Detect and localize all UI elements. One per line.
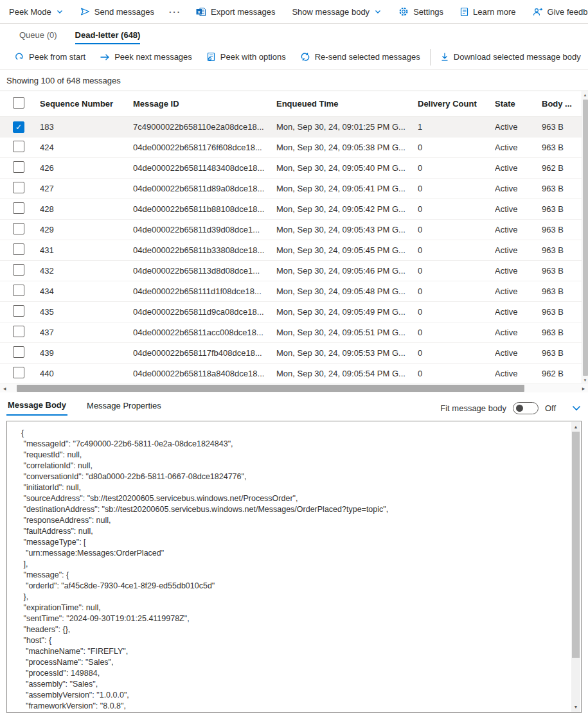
tab-message-properties[interactable]: Message Properties [85, 401, 163, 415]
give-feedback-button[interactable]: Give feedback [524, 0, 588, 23]
table-row[interactable]: 43704de000022b65811acc008dce18...Mon, Se… [0, 322, 588, 343]
row-checkbox[interactable] [13, 346, 24, 358]
table-row[interactable]: 42904de000022b65811d39d08dce1...Mon, Sep… [0, 220, 588, 240]
table-row[interactable]: 43204de000022b658113d8d08dce1...Mon, Sep… [0, 261, 588, 281]
table-row[interactable]: 43504de000022b65811d9ca08dce18...Mon, Se… [0, 302, 588, 322]
tab-dead-letter[interactable]: Dead-letter (648) [75, 30, 141, 44]
row-checkbox[interactable] [13, 305, 24, 317]
message-body-viewer[interactable]: { "messageId": "7c490000-22b6-5811-0e2a-… [6, 421, 582, 713]
show-message-body-dropdown[interactable]: Show message body [283, 0, 390, 23]
peek-mode-dropdown[interactable]: Peek Mode [9, 0, 72, 23]
body-size-cell: 963 B [542, 307, 580, 317]
collapse-panel-chevron-icon[interactable] [571, 403, 582, 412]
enqueued-time-cell: Mon, Sep 30, 24, 09:05:51 PM G... [276, 328, 418, 337]
table-row[interactable]: 42404de000022b6581176f608dce18...Mon, Se… [0, 137, 588, 158]
learn-more-button[interactable]: Learn more [452, 0, 524, 23]
table-row[interactable]: 42604de000022b65811483408dce18...Mon, Se… [0, 158, 588, 179]
message-id-cell: 04de000022b658111d1f08dce18... [133, 286, 276, 296]
enqueued-time-cell: Mon, Sep 30, 24, 09:05:42 PM G... [276, 204, 418, 214]
table-row[interactable]: 42704de000022b65811d89a08dce18...Mon, Se… [0, 179, 588, 199]
select-all-checkbox[interactable] [13, 97, 24, 109]
export-messages-button[interactable]: x Export messages [188, 0, 283, 23]
resend-selected-button[interactable]: Re-send selected messages [293, 52, 427, 62]
showing-count-status: Showing 100 of 648 messages [0, 70, 588, 91]
table-row[interactable]: 1837c49000022b658110e2a08dce18...Mon, Se… [0, 117, 588, 137]
peek-next-messages-button[interactable]: Peek next messages [93, 52, 199, 62]
body-size-cell: 963 B [542, 225, 580, 234]
send-messages-label: Send messages [94, 7, 154, 17]
body-size-cell: 963 B [542, 328, 580, 337]
tab-queue[interactable]: Queue (0) [19, 30, 57, 44]
scroll-up-arrow-icon[interactable]: ▲ [574, 422, 578, 432]
row-checkbox[interactable] [13, 161, 24, 173]
scroll-up-arrow-icon[interactable]: ▲ [584, 91, 587, 99]
top-toolbar: Peek Mode Send messages ··· x Export mes… [0, 0, 588, 24]
chevron-down-icon [56, 8, 64, 15]
peek-options-icon [206, 52, 216, 62]
row-checkbox[interactable] [13, 202, 24, 214]
scroll-down-arrow-icon[interactable]: ▼ [574, 702, 578, 712]
message-id-cell: 7c49000022b658110e2a08dce18... [133, 122, 276, 132]
sequence-number-cell: 427 [40, 184, 133, 193]
table-row[interactable]: 44004de000022b658118a8408dce18...Mon, Se… [0, 364, 588, 384]
download-icon [440, 52, 449, 62]
horizontal-scroll-thumb[interactable] [17, 385, 524, 392]
body-size-cell: 963 B [542, 143, 580, 152]
horizontal-scroll-track[interactable] [9, 384, 579, 392]
fit-message-body-toggle[interactable] [513, 402, 539, 414]
enqueued-time-cell: Mon, Sep 30, 24, 09:05:54 PM G... [276, 369, 418, 378]
command-bar: Peek from start Peek next messages Peek … [0, 44, 588, 70]
settings-button[interactable]: Settings [390, 0, 452, 23]
peek-with-options-button[interactable]: Peek with options [199, 52, 293, 62]
row-checkbox[interactable] [13, 264, 24, 276]
message-body-text: { "messageId": "7c490000-22b6-5811-0e2a-… [7, 421, 581, 712]
scroll-down-arrow-icon[interactable]: ▼ [584, 376, 587, 384]
download-message-body-button[interactable]: Download selected message body [433, 52, 588, 62]
sequence-number-cell: 183 [40, 122, 133, 132]
row-checkbox[interactable] [13, 182, 24, 193]
peek-next-messages-label: Peek next messages [114, 52, 192, 62]
message-detail-panel: Message Body Message Properties Fit mess… [0, 392, 588, 713]
message-id-cell: 04de000022b65811d9ca08dce18... [133, 307, 276, 317]
sequence-number-cell: 426 [40, 163, 133, 173]
horizontal-scrollbar[interactable]: ◀ ▶ [0, 384, 588, 392]
body-scroll-thumb[interactable] [572, 432, 580, 658]
send-messages-button[interactable]: Send messages [72, 0, 163, 23]
row-checkbox[interactable] [13, 285, 24, 296]
body-size-cell: 963 B [542, 184, 580, 193]
column-message-id: Message ID [133, 99, 276, 109]
body-size-cell: 963 B [542, 245, 580, 255]
overflow-menu-button[interactable]: ··· [163, 0, 188, 23]
row-checkbox[interactable] [13, 141, 24, 152]
download-message-body-label: Download selected message body [454, 52, 581, 62]
scroll-right-arrow-icon[interactable]: ▶ [579, 386, 588, 391]
row-checkbox[interactable] [13, 243, 24, 255]
toggle-state-label: Off [545, 403, 556, 413]
give-feedback-label: Give feedback [548, 7, 588, 17]
table-row[interactable]: 43904de000022b658117fb408dce18...Mon, Se… [0, 343, 588, 364]
row-checkbox[interactable] [13, 326, 24, 337]
row-checkbox[interactable] [13, 367, 24, 378]
send-icon [80, 7, 90, 16]
table-row[interactable]: 42804de000022b65811b88108dce18...Mon, Se… [0, 199, 588, 220]
table-row[interactable]: 43104de000022b65811b33808dce18...Mon, Se… [0, 240, 588, 261]
table-row[interactable]: 43404de000022b658111d1f08dce18...Mon, Se… [0, 281, 588, 302]
delivery-count-cell: 0 [418, 369, 495, 378]
table-scroll-thumb[interactable] [583, 100, 588, 376]
message-id-cell: 04de000022b658113d8d08dce1... [133, 266, 276, 276]
enqueued-time-cell: Mon, Sep 30, 24, 09:05:45 PM G... [276, 245, 418, 255]
delivery-count-cell: 0 [418, 348, 495, 358]
table-vertical-scrollbar[interactable]: ▲ ▼ [582, 91, 588, 384]
peek-from-start-button[interactable]: Peek from start [8, 52, 93, 62]
message-id-cell: 04de000022b65811d39d08dce1... [133, 225, 276, 234]
document-icon [460, 7, 468, 17]
peek-from-start-icon [15, 52, 24, 62]
row-checkbox[interactable] [13, 223, 24, 234]
feedback-person-icon [533, 7, 543, 17]
tab-message-body[interactable]: Message Body [6, 400, 67, 416]
row-checkbox[interactable] [13, 121, 24, 133]
gear-icon [398, 6, 409, 17]
scroll-left-arrow-icon[interactable]: ◀ [0, 386, 9, 391]
body-vertical-scrollbar[interactable]: ▲ ▼ [571, 422, 580, 712]
row-checkbox-cell [0, 326, 40, 339]
